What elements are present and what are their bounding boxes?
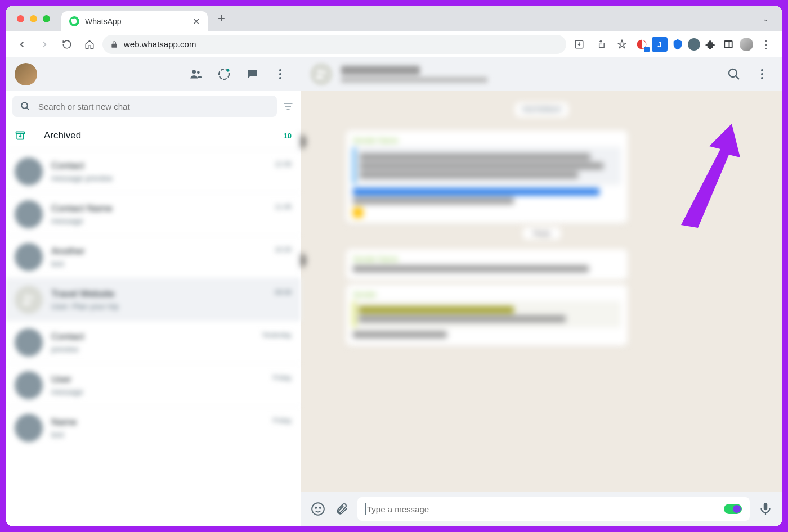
whatsapp-favicon-icon xyxy=(69,16,79,26)
search-input-wrapper[interactable] xyxy=(12,96,277,117)
compose-bar xyxy=(301,492,782,526)
communities-icon[interactable] xyxy=(185,63,207,85)
chat-list-item[interactable]: Contact12:30message preview xyxy=(6,150,301,192)
chat-time: 11:45 xyxy=(275,203,292,214)
sender-name: Sender Name xyxy=(353,255,621,263)
browser-menu-button[interactable]: ⋮ xyxy=(756,35,776,54)
close-tab-icon[interactable]: ✕ xyxy=(192,16,200,27)
menu-icon[interactable] xyxy=(269,63,292,85)
message-input[interactable] xyxy=(367,504,724,514)
svg-point-16 xyxy=(318,70,322,74)
toggle-switch[interactable] xyxy=(724,504,742,514)
status-icon[interactable] xyxy=(213,63,235,85)
sidepanel-icon[interactable] xyxy=(720,37,736,52)
chat-avatar xyxy=(15,243,43,271)
chat-name: Another xyxy=(51,246,85,257)
chat-name: User xyxy=(51,374,71,385)
tabs-dropdown-icon[interactable]: ⌄ xyxy=(755,15,777,23)
message-bubble[interactable]: Sender Name xyxy=(346,249,628,280)
date-divider: YESTERDAY xyxy=(515,102,569,117)
tab-bar: WhatsApp ✕ + ⌄ xyxy=(6,6,782,31)
svg-point-14 xyxy=(25,295,29,299)
minimize-window-button[interactable] xyxy=(30,15,37,22)
address-bar[interactable]: web.whatsapp.com xyxy=(102,35,566,54)
my-avatar[interactable] xyxy=(15,63,37,85)
tab-title: WhatsApp xyxy=(85,17,187,26)
svg-point-24 xyxy=(315,507,316,508)
chat-avatar xyxy=(15,157,43,186)
profile-avatar[interactable] xyxy=(738,37,754,52)
bookmark-star-icon[interactable] xyxy=(612,35,632,54)
chat-preview: text xyxy=(51,259,292,268)
window-controls xyxy=(11,15,56,22)
extension-icon[interactable]: J xyxy=(652,37,668,52)
extension-icon[interactable] xyxy=(634,37,650,52)
whatsapp-app: Archived 10 Contact12:30message preview … xyxy=(6,57,782,526)
svg-point-25 xyxy=(320,507,321,508)
svg-point-21 xyxy=(761,73,763,75)
chat-list-item[interactable]: NameFridaytext xyxy=(6,406,301,449)
sender-name: Sender xyxy=(353,290,621,299)
chat-preview: preview xyxy=(51,345,292,354)
sender-avatar xyxy=(301,251,306,269)
close-window-button[interactable] xyxy=(17,15,24,22)
svg-point-9 xyxy=(279,73,281,75)
emoji-icon[interactable] xyxy=(310,501,326,517)
new-tab-button[interactable]: + xyxy=(213,11,230,26)
extension-icon[interactable] xyxy=(670,37,686,52)
search-in-chat-icon[interactable] xyxy=(723,63,745,85)
chat-preview: text xyxy=(51,430,292,439)
chat-name: Travel Website xyxy=(51,288,114,300)
chat-header-info xyxy=(341,66,714,83)
sender-avatar xyxy=(301,133,306,151)
extensions-button[interactable] xyxy=(702,37,718,52)
message-input-wrapper[interactable] xyxy=(357,497,750,521)
svg-point-8 xyxy=(279,69,281,71)
chat-list-item[interactable]: Another10:20text xyxy=(6,235,301,278)
chat-list-item[interactable]: ContactYesterdaypreview xyxy=(6,321,301,363)
chat-list-item[interactable]: UserFridaymessage xyxy=(6,363,301,406)
svg-point-7 xyxy=(227,69,230,72)
back-button[interactable] xyxy=(12,35,32,54)
chat-time: Friday xyxy=(273,417,292,428)
home-button[interactable] xyxy=(80,35,99,54)
chat-header[interactable] xyxy=(301,57,782,91)
chat-list[interactable]: Contact12:30message preview Contact Name… xyxy=(6,150,301,526)
svg-point-22 xyxy=(761,77,763,79)
search-input[interactable] xyxy=(38,102,269,111)
chat-list-item[interactable]: Travel Website08:08User: Plan your trip xyxy=(6,278,301,321)
svg-line-12 xyxy=(26,107,29,110)
maximize-window-button[interactable] xyxy=(43,15,50,22)
message-bubble[interactable]: Sender xyxy=(346,285,628,346)
messages-pane[interactable]: YESTERDAY Sender Name xyxy=(301,91,782,492)
svg-point-4 xyxy=(192,70,196,74)
forward-button[interactable] xyxy=(35,35,54,54)
chat-name: Name xyxy=(51,417,77,428)
message-bubble[interactable]: Sender Name xyxy=(346,130,628,223)
lock-icon xyxy=(110,40,118,48)
mic-icon[interactable] xyxy=(758,501,773,517)
filter-icon[interactable] xyxy=(283,101,294,112)
chat-subtitle xyxy=(341,77,487,83)
chat-time: 08:08 xyxy=(275,288,292,300)
chat-list-item[interactable]: Contact Name11:45message xyxy=(6,192,301,235)
extension-icon[interactable] xyxy=(688,38,700,51)
chat-preview: message xyxy=(51,217,292,226)
svg-point-17 xyxy=(323,71,325,74)
install-app-icon[interactable] xyxy=(570,35,589,54)
share-icon[interactable] xyxy=(591,35,610,54)
new-chat-icon[interactable] xyxy=(241,63,263,85)
chat-panel: YESTERDAY Sender Name xyxy=(301,57,782,526)
chat-avatar xyxy=(15,286,43,314)
archived-row[interactable]: Archived 10 xyxy=(6,121,301,150)
svg-point-10 xyxy=(279,77,281,79)
browser-tab[interactable]: WhatsApp ✕ xyxy=(61,11,208,31)
reload-button[interactable] xyxy=(57,35,77,54)
search-icon xyxy=(20,101,30,111)
chat-menu-icon[interactable] xyxy=(751,63,773,85)
archived-label: Archived xyxy=(44,130,266,141)
chat-preview: User: Plan your trip xyxy=(51,302,292,311)
chat-name: Contact xyxy=(51,331,84,342)
chat-list-panel: Archived 10 Contact12:30message preview … xyxy=(6,57,301,526)
attach-icon[interactable] xyxy=(334,501,350,517)
